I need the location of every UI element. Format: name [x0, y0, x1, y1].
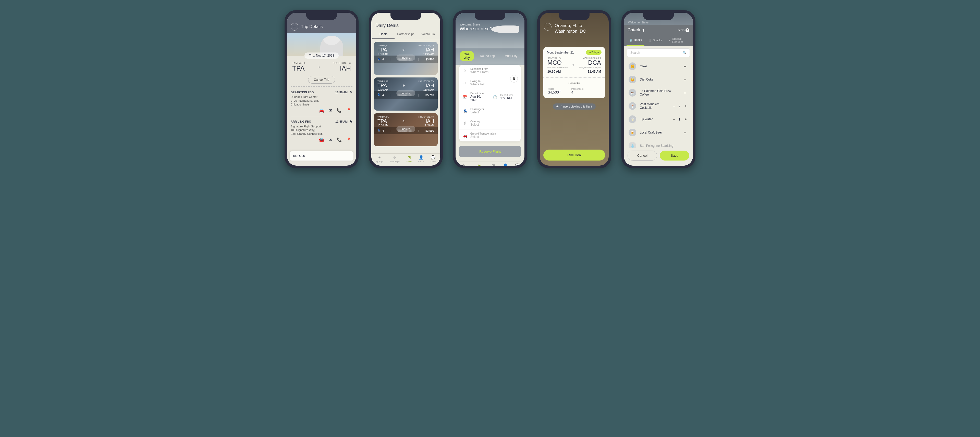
tab-book-flight[interactable]: ✈Book Flight [474, 163, 484, 166]
deals-tabs: Deals Partnerships Volato Go [371, 30, 440, 39]
phone-notch [306, 13, 337, 20]
tab-deals[interactable]: ◥Deals [491, 163, 496, 166]
deal-card[interactable]: TAMPA, FL TPA 10:30 AM ✈ HOUSTON, TX IAH… [374, 78, 438, 111]
phone-notch [643, 13, 674, 20]
add-button[interactable]: ＋ [682, 76, 688, 82]
aircraft-brand: HondaJet [547, 81, 601, 85]
depart-time-field[interactable]: 🕐 Depart time 1:00 PM [490, 94, 517, 100]
plane-takeoff-icon: ✈ [462, 163, 465, 166]
minus-button[interactable]: − [672, 117, 676, 121]
bottom-tabbar: ✈My Trips ✈Book Flight ◥Deals 👤Profile 💬… [455, 162, 525, 166]
deals-list[interactable]: TAMPA, FL TPA 10:30 AM ✈ HOUSTON, TX IAH… [371, 39, 440, 154]
inquire-button[interactable]: Inquire [396, 126, 415, 132]
catering-field[interactable]: 🍴 Catering Select [459, 117, 521, 130]
tab-volato-go[interactable]: Volato Go [417, 30, 439, 39]
drink-icon: 🥫 [628, 62, 636, 70]
pin-icon[interactable]: 📍 [346, 108, 352, 113]
add-button[interactable]: ＋ [682, 90, 688, 96]
seat-icon: 💺 [377, 58, 381, 61]
profile-icon: 👤 [503, 163, 508, 166]
cancel-button[interactable]: Cancel [628, 150, 657, 160]
plane-takeoff-icon: ✈ [378, 155, 381, 160]
tab-partnerships[interactable]: Partnerships [395, 30, 417, 39]
tab-snacks[interactable]: 🍴Snacks [646, 35, 665, 46]
add-button[interactable]: ＋ [683, 117, 688, 122]
arriving-fbo-row: ARRIVING FBO 11:45 AM ✎ [291, 118, 352, 125]
tab-drinks[interactable]: 🥤Drinks [627, 35, 644, 46]
list-item: 🥛 Fiji Water − 1 ＋ [625, 112, 692, 126]
car-icon[interactable]: 🚘 [319, 137, 324, 142]
footer-actions: Cancel Save [624, 148, 693, 166]
deals-icon: ◥ [407, 155, 410, 160]
add-button[interactable]: ＋ [682, 63, 688, 69]
plus-icon: ＋ [668, 38, 671, 42]
pencil-icon[interactable]: ✎ [350, 90, 352, 94]
trip-type-multi-city[interactable]: Multi-City [501, 54, 521, 58]
mail-icon[interactable]: ✉ [329, 137, 332, 142]
items-counter[interactable]: Items 3 [678, 28, 689, 32]
inquire-button[interactable]: Inquire [396, 90, 415, 96]
pencil-icon[interactable]: ✎ [350, 120, 352, 124]
pax-value: 4 [571, 90, 584, 94]
tab-book-flight[interactable]: ✈Book Flight [390, 155, 400, 163]
save-button[interactable]: Save [660, 150, 689, 160]
pin-icon[interactable]: 📍 [346, 137, 352, 142]
arrow-left-icon: ← [293, 25, 296, 29]
deal-card[interactable]: TAMPA, FL TPA 10:30 AM ✈ HOUSTON, TX IAH… [374, 42, 438, 75]
passengers-field[interactable]: 💺 Passengers Select [459, 105, 521, 117]
take-deal-button[interactable]: Take Deal [543, 150, 605, 160]
car-icon: 🚗 [463, 133, 467, 138]
phone-trip-details: ← Trip Details Thu, Nov 17, 2023 TAMPA, … [285, 10, 359, 168]
car-icon[interactable]: 🚘 [319, 108, 324, 113]
deal-price: $5,790 [425, 93, 434, 97]
tab-chats[interactable]: 💬Chats [431, 155, 436, 163]
reserve-flight-button[interactable]: Reserve Flight [459, 146, 521, 157]
back-button[interactable]: ← [544, 23, 552, 30]
tab-chats[interactable]: 💬Chats [515, 163, 520, 166]
date-chip: Thu, Nov 17, 2023 [304, 52, 339, 59]
tab-special[interactable]: ＋Special Request [666, 35, 690, 46]
depart-date-field[interactable]: 📅 Depart date Aug 30, 2023 [463, 92, 490, 102]
tab-my-trips[interactable]: ✈My Trips [375, 155, 383, 163]
phone-icon[interactable]: 📞 [337, 137, 342, 142]
list-item: 💧 San Pellegrino Sparkling [625, 139, 692, 148]
ground-transport-field[interactable]: 🚗 Ground Transportation Select [459, 130, 521, 141]
mail-icon[interactable]: ✉ [329, 108, 332, 113]
phone-notch [475, 13, 505, 20]
phone-deal-detail: ← Orlando, FL to Washington, DC Mon, Sep… [537, 10, 611, 168]
tab-deals[interactable]: ◥Deals [407, 155, 412, 163]
trip-type-round-trip[interactable]: Round Trip [476, 54, 499, 58]
details-button[interactable]: DETAILS [290, 151, 353, 160]
tab-profile[interactable]: 👤Profile [418, 155, 424, 163]
water-icon: 🥛 [628, 116, 636, 123]
minus-button[interactable]: − [672, 104, 676, 108]
search-input[interactable]: Search 🔍 [627, 48, 690, 57]
back-button[interactable]: ← [291, 23, 298, 30]
water-icon: 💧 [628, 142, 636, 148]
tab-my-trips[interactable]: ✈My Trips [460, 163, 468, 166]
swap-button[interactable]: ⇅ [510, 75, 518, 82]
clock-icon: 🕐 [493, 95, 497, 99]
tab-deals[interactable]: Deals [372, 30, 395, 39]
plane-icon: ✈ [318, 65, 321, 69]
dest-code: IAH [333, 65, 351, 72]
tab-profile[interactable]: 👤Profile [503, 163, 508, 166]
departing-from-field[interactable]: ✈ Departing From Where From? [459, 65, 521, 77]
trip-type-one-way[interactable]: One Way [460, 51, 474, 61]
phone-icon[interactable]: 📞 [337, 108, 342, 113]
dest-city: HOUSTON, TX [333, 62, 351, 65]
catering-list[interactable]: 🥫 Coke ＋ 🥫 Diet Coke ＋ ☕ La Colombe Cold… [624, 60, 693, 148]
deal-card[interactable]: TAMPA, FL TPA 10:30 AM ✈ HOUSTON, TX IAH… [374, 113, 438, 146]
inquire-button[interactable]: Inquire [396, 54, 415, 61]
title-to: Washington, DC [555, 28, 586, 34]
plane-icon: ✈ [572, 63, 575, 67]
welcome-text: Welcome, Steve [460, 23, 520, 26]
food-icon: 🍴 [463, 121, 467, 125]
phone-catering: Welcome, Steve Where to next? Catering I… [621, 10, 695, 168]
phone-notch [559, 13, 590, 20]
cancel-trip-button[interactable]: Cancel Trip [308, 76, 335, 84]
add-button[interactable]: ＋ [683, 104, 688, 108]
origin-code: TPA [292, 65, 306, 72]
add-button[interactable]: ＋ [682, 130, 688, 136]
arriving-fbo-label: ARRIVING FBO [291, 120, 311, 123]
